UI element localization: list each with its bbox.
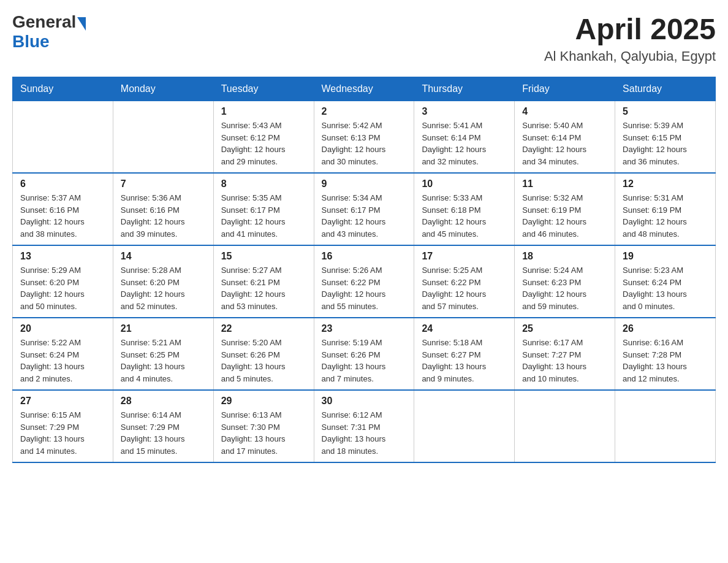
day-info: Sunrise: 5:26 AM Sunset: 6:22 PM Dayligh… [322,264,407,312]
day-number: 24 [422,323,507,334]
day-info: Sunrise: 5:19 AM Sunset: 6:26 PM Dayligh… [322,337,407,385]
calendar-cell [414,390,515,462]
calendar-week-row: 20Sunrise: 5:22 AM Sunset: 6:24 PM Dayli… [13,318,716,390]
day-number: 1 [221,106,306,117]
calendar-table: SundayMondayTuesdayWednesdayThursdayFrid… [12,77,716,463]
calendar-cell: 30Sunrise: 6:12 AM Sunset: 7:31 PM Dayli… [314,390,414,462]
day-number: 11 [522,178,607,190]
month-year-title: April 2025 [544,12,716,46]
day-number: 12 [623,178,708,190]
day-number: 2 [322,106,407,117]
day-number: 16 [322,251,407,262]
page-header: General Blue April 2025 Al Khankah, Qaly… [12,12,716,64]
day-info: Sunrise: 5:22 AM Sunset: 6:24 PM Dayligh… [20,337,105,385]
calendar-cell: 1Sunrise: 5:43 AM Sunset: 6:12 PM Daylig… [213,101,314,174]
day-number: 9 [322,178,407,190]
calendar-cell: 25Sunrise: 6:17 AM Sunset: 7:27 PM Dayli… [515,318,615,390]
calendar-week-row: 13Sunrise: 5:29 AM Sunset: 6:20 PM Dayli… [13,245,716,318]
day-info: Sunrise: 5:33 AM Sunset: 6:18 PM Dayligh… [422,192,507,240]
day-info: Sunrise: 6:15 AM Sunset: 7:29 PM Dayligh… [20,409,105,457]
calendar-cell: 9Sunrise: 5:34 AM Sunset: 6:17 PM Daylig… [314,173,414,245]
weekday-header-sunday: Sunday [13,77,113,101]
day-number: 23 [322,323,407,334]
calendar-header-row: SundayMondayTuesdayWednesdayThursdayFrid… [13,77,716,101]
calendar-cell [13,101,113,174]
day-info: Sunrise: 5:43 AM Sunset: 6:12 PM Dayligh… [221,120,306,167]
day-info: Sunrise: 5:36 AM Sunset: 6:16 PM Dayligh… [121,192,206,240]
calendar-cell [113,101,213,174]
title-area: April 2025 Al Khankah, Qalyubia, Egypt [544,12,716,64]
calendar-cell: 23Sunrise: 5:19 AM Sunset: 6:26 PM Dayli… [314,318,414,390]
day-number: 19 [623,251,708,262]
day-info: Sunrise: 6:17 AM Sunset: 7:27 PM Dayligh… [522,337,607,385]
day-number: 21 [121,323,206,334]
calendar-cell: 8Sunrise: 5:35 AM Sunset: 6:17 PM Daylig… [213,173,314,245]
calendar-cell: 27Sunrise: 6:15 AM Sunset: 7:29 PM Dayli… [13,390,113,462]
calendar-week-row: 1Sunrise: 5:43 AM Sunset: 6:12 PM Daylig… [13,101,716,174]
day-info: Sunrise: 5:25 AM Sunset: 6:22 PM Dayligh… [422,264,507,312]
day-info: Sunrise: 5:27 AM Sunset: 6:21 PM Dayligh… [221,264,306,312]
calendar-cell: 16Sunrise: 5:26 AM Sunset: 6:22 PM Dayli… [314,245,414,318]
calendar-cell: 14Sunrise: 5:28 AM Sunset: 6:20 PM Dayli… [113,245,213,318]
day-info: Sunrise: 5:37 AM Sunset: 6:16 PM Dayligh… [20,192,105,240]
logo: General Blue [12,12,86,52]
day-number: 5 [623,106,708,117]
day-info: Sunrise: 6:12 AM Sunset: 7:31 PM Dayligh… [322,409,407,457]
calendar-cell: 7Sunrise: 5:36 AM Sunset: 6:16 PM Daylig… [113,173,213,245]
day-number: 14 [121,251,206,262]
calendar-cell: 19Sunrise: 5:23 AM Sunset: 6:24 PM Dayli… [615,245,716,318]
day-number: 27 [20,396,105,407]
day-info: Sunrise: 5:24 AM Sunset: 6:23 PM Dayligh… [522,264,607,312]
day-info: Sunrise: 5:31 AM Sunset: 6:19 PM Dayligh… [623,192,708,240]
calendar-cell: 3Sunrise: 5:41 AM Sunset: 6:14 PM Daylig… [414,101,515,174]
day-info: Sunrise: 5:23 AM Sunset: 6:24 PM Dayligh… [623,264,708,312]
weekday-header-monday: Monday [113,77,213,101]
logo-blue-text: Blue [12,32,86,52]
day-info: Sunrise: 5:18 AM Sunset: 6:27 PM Dayligh… [422,337,507,385]
calendar-cell: 26Sunrise: 6:16 AM Sunset: 7:28 PM Dayli… [615,318,716,390]
day-number: 3 [422,106,507,117]
calendar-cell [515,390,615,462]
day-info: Sunrise: 5:42 AM Sunset: 6:13 PM Dayligh… [322,120,407,167]
calendar-week-row: 6Sunrise: 5:37 AM Sunset: 6:16 PM Daylig… [13,173,716,245]
weekday-header-saturday: Saturday [615,77,716,101]
location-subtitle: Al Khankah, Qalyubia, Egypt [544,48,716,64]
day-info: Sunrise: 6:16 AM Sunset: 7:28 PM Dayligh… [623,337,708,385]
day-info: Sunrise: 5:29 AM Sunset: 6:20 PM Dayligh… [20,264,105,312]
weekday-header-friday: Friday [515,77,615,101]
calendar-cell: 22Sunrise: 5:20 AM Sunset: 6:26 PM Dayli… [213,318,314,390]
day-number: 15 [221,251,306,262]
day-number: 29 [221,396,306,407]
day-info: Sunrise: 5:28 AM Sunset: 6:20 PM Dayligh… [121,264,206,312]
calendar-cell: 15Sunrise: 5:27 AM Sunset: 6:21 PM Dayli… [213,245,314,318]
calendar-cell: 29Sunrise: 6:13 AM Sunset: 7:30 PM Dayli… [213,390,314,462]
day-info: Sunrise: 5:20 AM Sunset: 6:26 PM Dayligh… [221,337,306,385]
calendar-cell: 17Sunrise: 5:25 AM Sunset: 6:22 PM Dayli… [414,245,515,318]
day-number: 8 [221,178,306,190]
day-number: 13 [20,251,105,262]
day-number: 22 [221,323,306,334]
day-info: Sunrise: 5:35 AM Sunset: 6:17 PM Dayligh… [221,192,306,240]
calendar-cell: 5Sunrise: 5:39 AM Sunset: 6:15 PM Daylig… [615,101,716,174]
weekday-header-thursday: Thursday [414,77,515,101]
day-info: Sunrise: 5:32 AM Sunset: 6:19 PM Dayligh… [522,192,607,240]
calendar-cell: 20Sunrise: 5:22 AM Sunset: 6:24 PM Dayli… [13,318,113,390]
day-number: 30 [322,396,407,407]
calendar-cell [615,390,716,462]
calendar-week-row: 27Sunrise: 6:15 AM Sunset: 7:29 PM Dayli… [13,390,716,462]
day-info: Sunrise: 6:13 AM Sunset: 7:30 PM Dayligh… [221,409,306,457]
calendar-cell: 18Sunrise: 5:24 AM Sunset: 6:23 PM Dayli… [515,245,615,318]
logo-general-text: General [12,12,76,32]
calendar-cell: 4Sunrise: 5:40 AM Sunset: 6:14 PM Daylig… [515,101,615,174]
day-number: 25 [522,323,607,334]
day-number: 4 [522,106,607,117]
weekday-header-tuesday: Tuesday [213,77,314,101]
calendar-cell: 24Sunrise: 5:18 AM Sunset: 6:27 PM Dayli… [414,318,515,390]
calendar-cell: 28Sunrise: 6:14 AM Sunset: 7:29 PM Dayli… [113,390,213,462]
day-info: Sunrise: 5:34 AM Sunset: 6:17 PM Dayligh… [322,192,407,240]
weekday-header-wednesday: Wednesday [314,77,414,101]
calendar-cell: 10Sunrise: 5:33 AM Sunset: 6:18 PM Dayli… [414,173,515,245]
day-info: Sunrise: 5:40 AM Sunset: 6:14 PM Dayligh… [522,120,607,167]
day-number: 18 [522,251,607,262]
day-number: 20 [20,323,105,334]
